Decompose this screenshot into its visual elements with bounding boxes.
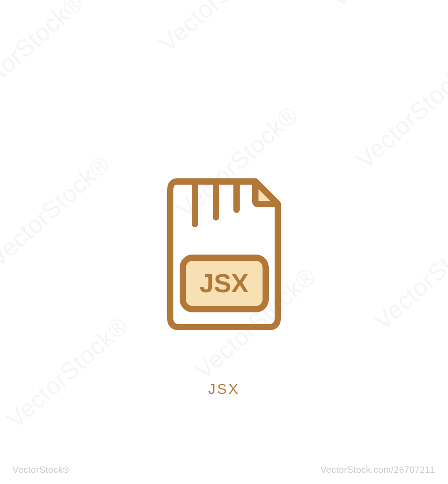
svg-text:JSX: JSX (199, 268, 249, 298)
watermark-diagonal: VectorStock® (1, 311, 133, 434)
watermark-diagonal: VectorStock® (0, 0, 88, 111)
watermark-diagonal: VectorStock® (351, 51, 448, 174)
watermark-attribution: VectorStock.com/26707211 (320, 465, 435, 475)
watermark-diagonal: VectorStock® (0, 150, 115, 272)
watermark-diagonal: VectorStock® (369, 212, 448, 335)
watermark-brand: VectorStock® (13, 465, 69, 475)
jsx-file-icon: JSX (161, 175, 287, 332)
icon-caption: JSX (208, 381, 240, 398)
watermark-diagonal: VectorStock® (154, 0, 285, 57)
watermark-diagonal: VectorStock® (324, 0, 448, 13)
